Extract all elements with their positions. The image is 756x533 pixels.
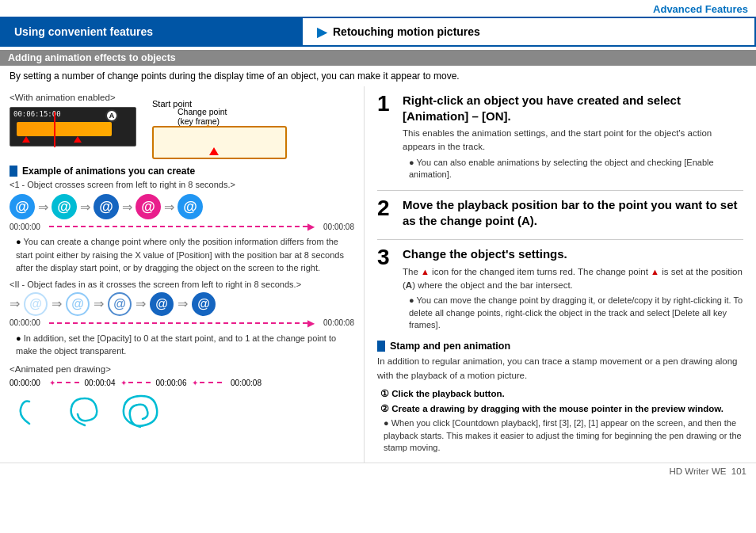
example-header: Example of animations you can create <box>10 166 354 177</box>
red-position-line <box>54 112 55 147</box>
pen-t2: 00:00:04 <box>81 379 119 387</box>
nav-arrow-icon: ▶ <box>317 25 326 40</box>
at-icons-row-1: @ ⇒ @ ⇒ @ ⇒ @ ⇒ @ <box>10 194 354 219</box>
track-bar <box>17 122 112 136</box>
left-column: <With animation enabled> 00:06:15:00 A S… <box>0 86 365 463</box>
timeline-row-2: 00:00:00 ▶ 00:00:08 <box>10 318 354 329</box>
spiral-3 <box>120 392 160 432</box>
track-triangle-2 <box>74 136 82 143</box>
tl1-end: 00:00:08 <box>315 223 354 231</box>
timeline-row-1: 00:00:00 ▶ 00:00:08 <box>10 221 354 232</box>
a-badge: A <box>105 109 118 122</box>
fade-icons-row: ⇒ @ ⇒ @ ⇒ @ ⇒ @ ⇒ @ <box>10 292 354 316</box>
footer: HD Writer WE 101 <box>0 463 756 479</box>
change-point-label: Change point (key frame) <box>178 107 227 126</box>
fade-arrow-1: ⇒ <box>52 296 62 311</box>
stamp-bullet: When you click [Countdown playback], fir… <box>384 417 743 454</box>
footer-label: HD Writer WE <box>669 466 726 476</box>
spiral-2 <box>65 392 105 432</box>
animation-demo: <With animation enabled> 00:06:15:00 A S… <box>10 93 354 159</box>
tl1-arrow: ▶ <box>307 221 315 232</box>
pen-t1: 00:00:00 <box>10 379 48 387</box>
change-point-track: Change point (key frame) ↓ <box>152 126 287 159</box>
stamp-desc: In addition to regular animation, you ca… <box>377 355 743 383</box>
step-1: 1 Right-click an object you have created… <box>377 93 743 182</box>
intro-text: By setting a number of change points dur… <box>10 70 460 82</box>
arrow-2: ⇒ <box>80 200 90 215</box>
step-3-content: Change the object's settings. The ▲ icon… <box>403 246 743 333</box>
arrow-4: ⇒ <box>164 200 174 215</box>
change-point-section: Start point Change point (key frame) ↓ <box>152 99 287 159</box>
nav-right-section: ▶ Retouching motion pictures <box>301 17 756 47</box>
step-1-title: Right-click an object you have created a… <box>403 93 743 124</box>
divider-1 <box>377 190 743 191</box>
stamp-step-1: ① Click the playback button. <box>380 387 743 401</box>
animation-track-box: 00:06:15:00 A <box>10 107 136 147</box>
stamp-blue-accent <box>377 341 385 352</box>
stamp-step-2: ② Create a drawing by dragging with the … <box>380 402 743 416</box>
pen-t3: 00:00:06 <box>152 379 190 387</box>
step-1-bullet-1: You can also enable animations by select… <box>409 157 743 181</box>
step-1-number: 1 <box>377 93 393 115</box>
bullet1-text: You can create a change point where only… <box>16 235 354 275</box>
arrow-3: ⇒ <box>122 200 132 215</box>
tl2-end: 00:00:08 <box>315 318 354 327</box>
tl2-dashes <box>49 322 307 324</box>
step-2-number: 2 <box>377 197 393 219</box>
bullet2-text: In addition, set the [Opacity] to 0 at t… <box>16 332 354 358</box>
fade-arrow-2: ⇒ <box>94 296 104 311</box>
intro-section: By setting a number of change points dur… <box>0 66 756 86</box>
cp-triangle <box>209 147 219 155</box>
stamp-title: Stamp and pen animation <box>377 341 743 352</box>
step-3-number: 3 <box>377 246 393 268</box>
pen-timeline: 00:00:00 ✦ 00:00:04 ✦ 00:00:06 ✦ 00:00:0… <box>10 379 354 387</box>
nav-left-section: Using convenient features <box>0 17 301 47</box>
step-3-title: Change the object's settings. <box>403 246 743 262</box>
pen-label: <Animated pen drawing> <box>10 364 354 374</box>
at-icon-5: @ <box>178 194 203 219</box>
fade-arrow-3: ⇒ <box>136 296 146 311</box>
example-title: Example of animations you can create <box>22 166 195 177</box>
fade-icon-3: @ <box>108 292 132 316</box>
at-icon-1: @ <box>10 194 35 219</box>
step-3-desc: The ▲ icon for the changed item turns re… <box>403 265 743 293</box>
svg-marker-0 <box>209 147 219 155</box>
nav-bar: Using convenient features ▶ Retouching m… <box>0 17 756 47</box>
divider-2 <box>377 239 743 240</box>
example2-sub: <II - Object fades in as it crosses the … <box>10 280 354 289</box>
content-area: <With animation enabled> 00:06:15:00 A S… <box>0 86 756 463</box>
track-section: <With animation enabled> 00:06:15:00 A <box>10 93 136 147</box>
track-triangle-1 <box>22 136 30 143</box>
header: Advanced Features <box>0 0 756 17</box>
step-3: 3 Change the object's settings. The ▲ ic… <box>377 246 743 333</box>
spiral-1 <box>10 392 49 432</box>
section-title: Adding animation effects to objects <box>0 50 756 66</box>
arrow-1: ⇒ <box>38 200 48 215</box>
blue-accent-rect <box>10 166 17 177</box>
pen-drawing-section: <Animated pen drawing> 00:00:00 ✦ 00:00:… <box>10 364 354 432</box>
stamp-label-text: Stamp and pen animation <box>390 341 510 352</box>
fade-icon-4: @ <box>150 292 174 316</box>
footer-page: 101 <box>731 466 746 476</box>
step-2-content: Move the playback position bar to the po… <box>403 197 743 231</box>
step-1-content: Right-click an object you have created a… <box>403 93 743 182</box>
example1-sub: <1 - Object crosses screen from left to … <box>10 180 354 189</box>
spirals-row <box>10 392 354 432</box>
cp-arrow: ↓ <box>205 116 211 129</box>
nav-right-label: Retouching motion pictures <box>333 25 480 38</box>
fade-arrow-4: ⇒ <box>178 296 188 311</box>
pen-t4: 00:00:08 <box>223 379 262 387</box>
fade-arrow-0: ⇒ <box>10 296 20 311</box>
fade-icon-5: @ <box>192 292 216 316</box>
step-2: 2 Move the playback position bar to the … <box>377 197 743 231</box>
tl2-start: 00:00:00 <box>10 318 49 327</box>
at-icon-4: @ <box>136 194 161 219</box>
step-3-bullet-1: You can move the change point by draggin… <box>409 295 743 331</box>
right-column: 1 Right-click an object you have created… <box>365 86 756 463</box>
fade-icon-2: @ <box>66 292 90 316</box>
step-1-desc: This enables the animation settings, and… <box>403 127 743 154</box>
advanced-features-title: Advanced Features <box>653 3 748 15</box>
tl2-arrow: ▶ <box>307 318 315 329</box>
tl1-dashes <box>49 226 307 227</box>
at-icon-2: @ <box>52 194 77 219</box>
